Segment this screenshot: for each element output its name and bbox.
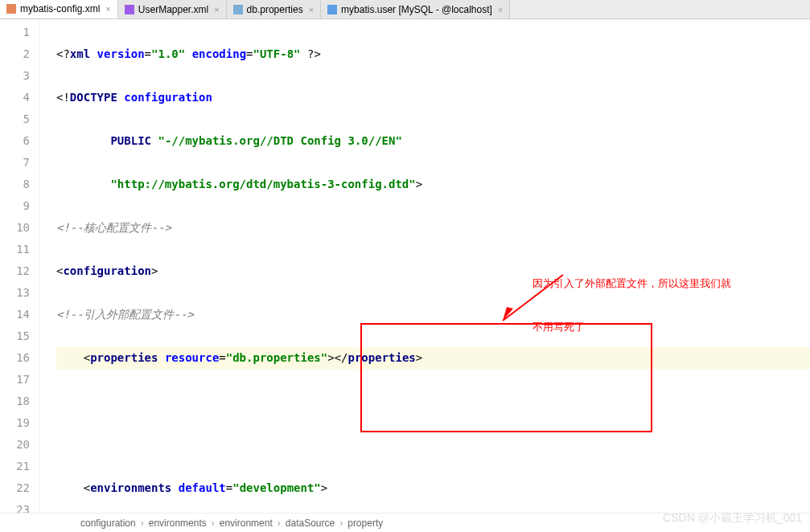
code-editor[interactable]: 123 456 789 101112 131415 161718 192021 … (0, 19, 810, 513)
close-icon[interactable]: × (214, 5, 219, 14)
chevron-right-icon: › (339, 518, 343, 529)
breadcrumb: configuration › environments › environme… (0, 513, 810, 532)
close-icon[interactable]: × (498, 5, 503, 14)
database-icon (327, 5, 337, 14)
tab-mysql[interactable]: mybatis.user [MySQL - @localhost] × (321, 0, 510, 18)
chevron-right-icon: › (141, 518, 144, 529)
chevron-right-icon: › (278, 518, 281, 529)
tab-label: mybatis.user [MySQL - @localhost] (341, 4, 492, 15)
properties-icon (233, 5, 243, 14)
code-line: <!--核心配置文件--> (56, 217, 810, 239)
line-gutter: 123 456 789 101112 131415 161718 192021 … (0, 19, 40, 513)
close-icon[interactable]: × (105, 4, 110, 14)
chevron-right-icon: › (212, 518, 215, 529)
code-line: <configuration> (56, 260, 810, 282)
annotation-box (360, 323, 652, 432)
tab-mybatis-config[interactable]: mybatis-config.xml × (0, 0, 118, 18)
tab-label: db.properties (247, 4, 303, 15)
editor-tabs: mybatis-config.xml × UserMapper.xml × db… (0, 0, 810, 19)
crumb[interactable]: configuration (80, 518, 136, 529)
tab-label: UserMapper.xml (138, 4, 208, 15)
crumb[interactable]: environments (149, 518, 207, 529)
code-line: <properties resource="db.properties"></p… (56, 347, 810, 369)
tab-label: mybatis-config.xml (20, 3, 100, 14)
code-line (56, 391, 810, 412)
code-line: PUBLIC "-//mybatis.org//DTD Config 3.0//… (56, 130, 810, 152)
code-line: <?xml version="1.0" encoding="UTF-8" ?> (56, 43, 810, 65)
code-line: "http://mybatis.org/dtd/mybatis-3-config… (56, 174, 810, 195)
tab-usermapper[interactable]: UserMapper.xml × (118, 0, 227, 18)
code-line (56, 434, 810, 456)
code-line: <!DOCTYPE configuration (56, 87, 810, 108)
code-line: <environments default="development"> (56, 477, 810, 499)
code-line: <!--引入外部配置文件--> (56, 304, 810, 325)
crumb[interactable]: environment (220, 518, 273, 529)
xml-icon (6, 4, 16, 14)
close-icon[interactable]: × (309, 5, 314, 14)
tab-dbproperties[interactable]: db.properties × (227, 0, 321, 18)
code-area[interactable]: <?xml version="1.0" encoding="UTF-8" ?> … (40, 19, 810, 513)
crumb[interactable]: property (347, 518, 383, 529)
xml-icon (125, 5, 134, 14)
crumb[interactable]: dataSource (286, 518, 335, 529)
